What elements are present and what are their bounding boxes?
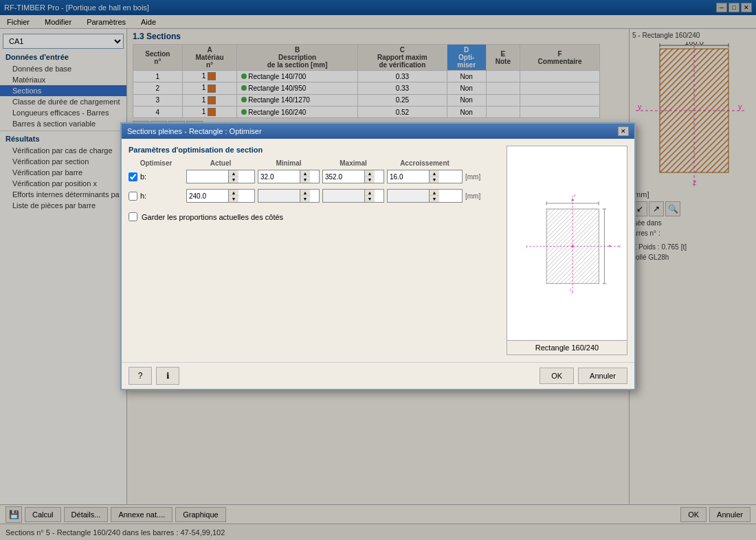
b-minimal-spinbox[interactable]: ▲ ▼ xyxy=(258,170,320,183)
h-actuel-input[interactable] xyxy=(187,190,228,202)
h-checkbox[interactable] xyxy=(129,192,137,201)
b-maximal-down[interactable]: ▼ xyxy=(365,177,375,183)
b-maximal-up[interactable]: ▲ xyxy=(365,170,375,177)
modal-help-button[interactable]: ? xyxy=(129,367,152,385)
header-accroissement: Accroissement xyxy=(387,159,463,167)
modal-ok-button[interactable]: OK xyxy=(540,368,574,384)
b-minimal-down[interactable]: ▼ xyxy=(300,177,310,183)
h-actuel-down[interactable]: ▼ xyxy=(229,196,238,202)
h-accroissement-down[interactable]: ▼ xyxy=(430,196,439,202)
svg-text:y: y xyxy=(526,244,528,248)
svg-point-27 xyxy=(572,245,574,247)
b-actuel-down[interactable]: ▼ xyxy=(229,177,238,183)
modal-dialog: Sections pleines - Rectangle : Optimiser… xyxy=(120,122,636,390)
h-actuel-up[interactable]: ▲ xyxy=(229,190,238,196)
b-maximal-input[interactable] xyxy=(323,170,364,183)
h-actuel-spinbtns: ▲ ▼ xyxy=(228,190,238,202)
svg-text:b: b xyxy=(571,198,574,202)
h-minimal-down[interactable]: ▼ xyxy=(300,196,310,202)
modal-info-button[interactable]: ℹ xyxy=(156,367,179,385)
modal-body: Paramètres d'optimisation de section Opt… xyxy=(122,139,634,362)
h-minimal-input[interactable] xyxy=(258,190,300,202)
h-accroissement-spinbox[interactable]: ▲ ▼ xyxy=(387,189,463,203)
b-maximal-spinbtns: ▲ ▼ xyxy=(364,170,375,183)
b-actuel-input[interactable] xyxy=(187,170,228,183)
b-maximal-spinbox[interactable]: ▲ ▼ xyxy=(322,170,384,183)
modal-params: Paramètres d'optimisation de section Opt… xyxy=(129,146,500,355)
b-minimal-up[interactable]: ▲ xyxy=(300,170,310,177)
b-checkbox[interactable] xyxy=(129,172,137,181)
modal-section-label: Rectangle 160/240 xyxy=(507,340,627,355)
svg-text:y: y xyxy=(619,244,621,248)
section-diagram-svg: b h Iz y y z xyxy=(507,146,627,339)
h-maximal-spinbtns: ▲ ▼ xyxy=(364,190,375,202)
h-minimal-up[interactable]: ▲ xyxy=(300,190,310,196)
svg-text:Iz: Iz xyxy=(570,288,574,294)
b-accroissement-spinbtns: ▲ ▼ xyxy=(429,170,439,183)
params-headers: Optimiser Actuel Minimal Maximal Accrois… xyxy=(129,159,500,167)
header-maximal: Maximal xyxy=(322,159,384,167)
modal-cancel-button[interactable]: Annuler xyxy=(578,368,627,384)
b-unit-label: [mm] xyxy=(465,173,500,181)
modal-diagram: b h Iz y y z xyxy=(507,146,627,355)
modal-footer: ? ℹ OK Annuler xyxy=(122,362,634,389)
header-minimal: Minimal xyxy=(258,159,320,167)
b-actuel-spinbox[interactable]: ▲ ▼ xyxy=(186,170,255,183)
b-accroissement-up[interactable]: ▲ xyxy=(430,170,439,177)
b-accroissement-down[interactable]: ▼ xyxy=(430,177,439,183)
b-param-row: b: ▲ ▼ ▲ ▼ xyxy=(129,170,500,183)
header-actuel: Actuel xyxy=(186,159,255,167)
b-accroissement-input[interactable] xyxy=(388,170,429,183)
modal-title: Sections pleines - Rectangle : Optimiser xyxy=(127,127,262,135)
h-accroissement-up[interactable]: ▲ xyxy=(430,190,439,196)
modal-title-bar: Sections pleines - Rectangle : Optimiser… xyxy=(122,124,634,139)
b-actuel-spinbtns: ▲ ▼ xyxy=(228,170,238,183)
b-minimal-input[interactable] xyxy=(258,170,300,183)
header-optimiser: Optimiser xyxy=(129,159,184,167)
h-maximal-input[interactable] xyxy=(323,190,364,202)
proportion-row: Garder les proportions actuelles des côt… xyxy=(129,208,500,225)
proportion-checkbox[interactable] xyxy=(129,212,137,221)
h-param-row: h: ▲ ▼ ▲ ▼ xyxy=(129,189,500,203)
modal-overlay: Sections pleines - Rectangle : Optimiser… xyxy=(0,0,756,540)
params-group-title: Paramètres d'optimisation de section xyxy=(129,146,500,154)
h-minimal-spinbtns: ▲ ▼ xyxy=(300,190,310,202)
h-accroissement-input[interactable] xyxy=(388,190,429,202)
b-accroissement-spinbox[interactable]: ▲ ▼ xyxy=(387,170,463,183)
b-actuel-up[interactable]: ▲ xyxy=(229,170,238,177)
b-label: b: xyxy=(129,172,184,181)
h-maximal-down[interactable]: ▼ xyxy=(365,196,375,202)
h-maximal-spinbox[interactable]: ▲ ▼ xyxy=(322,189,384,203)
svg-text:z: z xyxy=(574,193,576,197)
h-minimal-spinbox[interactable]: ▲ ▼ xyxy=(258,189,320,203)
modal-close-button[interactable]: ✕ xyxy=(618,126,629,136)
h-actuel-spinbox[interactable]: ▲ ▼ xyxy=(186,189,255,203)
b-minimal-spinbtns: ▲ ▼ xyxy=(300,170,310,183)
header-unit xyxy=(465,159,500,167)
proportion-label: Garder les proportions actuelles des côt… xyxy=(142,213,283,221)
h-maximal-up[interactable]: ▲ xyxy=(365,190,375,196)
h-label: h: xyxy=(129,192,184,201)
h-unit-label: [mm] xyxy=(465,192,500,200)
h-accroissement-spinbtns: ▲ ▼ xyxy=(429,190,439,202)
